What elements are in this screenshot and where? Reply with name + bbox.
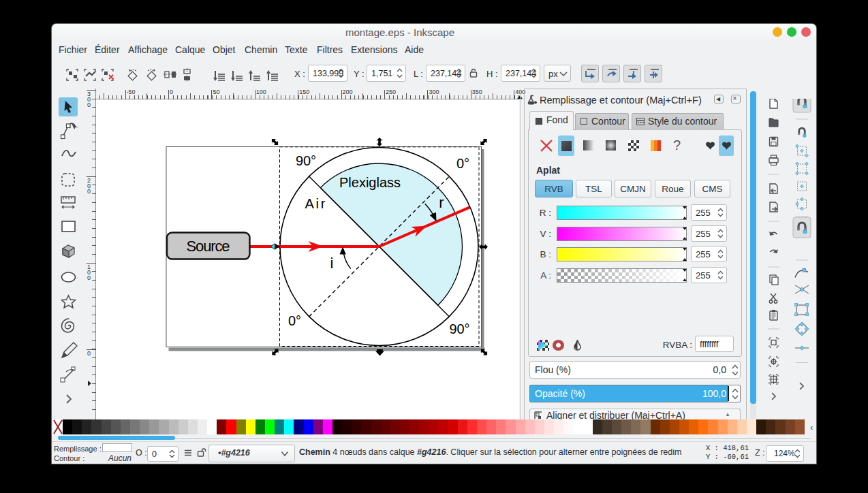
svg-text:Plexiglass: Plexiglass [339, 175, 401, 190]
svg-text:Source: Source [187, 238, 230, 255]
svg-text:0°: 0° [456, 156, 469, 171]
svg-text:0°: 0° [288, 313, 301, 328]
svg-text:Air: Air [305, 196, 326, 211]
svg-text:90°: 90° [449, 321, 469, 336]
svg-text:r: r [439, 194, 444, 211]
svg-text:i: i [330, 255, 334, 272]
svg-text:90°: 90° [296, 153, 316, 168]
